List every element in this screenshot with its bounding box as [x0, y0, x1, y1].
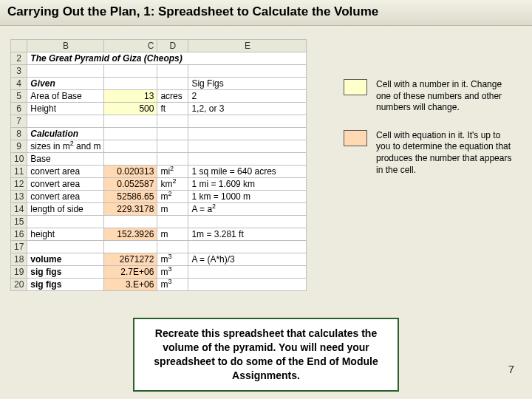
table-row: 10 Base — [11, 153, 307, 166]
table-row: 7 — [11, 115, 307, 128]
formula-volume: 2671272 — [104, 253, 157, 266]
unit-acres: acres — [157, 90, 188, 103]
page-number: 7 — [508, 363, 514, 375]
table-row: 12 convert area 0.052587 km2 1 mi = 1.60… — [11, 178, 307, 191]
row-header: 17 — [11, 241, 27, 253]
table-row: 14 length of side 229.3178 m A = a2 — [11, 203, 307, 216]
label-length-side: length of side — [27, 203, 104, 216]
swatch-formula-cell — [344, 130, 367, 146]
label-sigfigs-row: sig figs — [27, 279, 104, 291]
label-convert-area: convert area — [27, 166, 104, 178]
note-a-eq-a2: A = a2 — [188, 203, 307, 216]
row-header: 10 — [11, 153, 27, 166]
label-convert-area: convert area — [27, 178, 104, 191]
table-row: 13 convert area 52586.65 m2 1 km = 1000 … — [11, 191, 307, 203]
spreadsheet-image: B C D E 2 The Great Pyramid of Giza (Che… — [10, 39, 307, 291]
row-header: 7 — [11, 115, 27, 128]
input-height: 500 — [104, 103, 157, 115]
sigfigs-height: 1,2, or 3 — [188, 103, 307, 115]
row-header: 3 — [11, 65, 27, 78]
table-row: 16 height 152.3926 m 1m = 3.281 ft — [11, 228, 307, 241]
swatch-input-cell — [344, 79, 367, 95]
formula-area-m2: 52586.65 — [104, 191, 157, 203]
unit-km2: km2 — [157, 178, 188, 191]
row-header: 2 — [11, 52, 27, 65]
note-km-m: 1 km = 1000 m — [188, 191, 307, 203]
row-header: 5 — [11, 90, 27, 103]
label-sigfigs: Sig Figs — [188, 78, 307, 90]
row-header: 16 — [11, 228, 27, 241]
table-row: 2 The Great Pyramid of Giza (Cheops) — [11, 52, 307, 65]
sigfigs-area: 2 — [188, 90, 307, 103]
unit-m3: m3 — [157, 266, 188, 279]
table-row: 8 Calculation — [11, 128, 307, 140]
formula-sigfigs1: 2.7E+06 — [104, 266, 157, 279]
slide-title: Carrying Out the Plan, 1: Spreadsheet to… — [7, 4, 525, 19]
table-row: 5 Area of Base 13 acres 2 — [11, 90, 307, 103]
label-given: Given — [27, 78, 104, 90]
table-row: 11 convert area 0.020313 mi2 1 sq mile =… — [11, 166, 307, 178]
input-area: 13 — [104, 90, 157, 103]
formula-area-km2: 0.052587 — [104, 178, 157, 191]
row-header: 19 — [11, 266, 27, 279]
row-header: 13 — [11, 191, 27, 203]
table-row: 9 sizes in m2 and m — [11, 140, 307, 153]
row-header: 18 — [11, 253, 27, 266]
unit-m: m — [157, 203, 188, 216]
corner-cell — [11, 40, 27, 52]
label-calculation: Calculation — [27, 128, 104, 140]
row-header: 11 — [11, 166, 27, 178]
row-header: 20 — [11, 279, 27, 291]
row-header: 15 — [11, 216, 27, 228]
sheet-title: The Great Pyramid of Giza (Cheops) — [27, 52, 307, 65]
col-header-d: D — [157, 40, 188, 52]
note-m-ft: 1m = 3.281 ft — [188, 228, 307, 241]
row-header: 8 — [11, 128, 27, 140]
unit-m3: m3 — [157, 253, 188, 266]
note-mi-km: 1 mi = 1.609 km — [188, 178, 307, 191]
label-height-m: height — [27, 228, 104, 241]
label-area-of-base: Area of Base — [27, 90, 104, 103]
table-row: 6 Height 500 ft 1,2, or 3 — [11, 103, 307, 115]
row-header: 12 — [11, 178, 27, 191]
formula-height-m: 152.3926 — [104, 228, 157, 241]
table-row: 20 sig figs 3.E+06 m3 — [11, 279, 307, 291]
instruction-callout: Recreate this spreadsheet that calculate… — [133, 318, 399, 392]
row-header: 14 — [11, 203, 27, 216]
table-row: 4 Given Sig Figs — [11, 78, 307, 90]
table-row: 15 — [11, 216, 307, 228]
unit-m: m — [157, 228, 188, 241]
table-row: 18 volume 2671272 m3 A = (A*h)/3 — [11, 253, 307, 266]
row-header: 6 — [11, 103, 27, 115]
label-volume: volume — [27, 253, 104, 266]
row-header: 9 — [11, 140, 27, 153]
formula-sigfigs2: 3.E+06 — [104, 279, 157, 291]
table-row: 3 — [11, 65, 307, 78]
legend-formula-text: Cell with equation in it. It's up to you… — [376, 130, 514, 176]
legend-input-row: Cell with a number in it. Change one of … — [344, 79, 514, 114]
label-sizes-in-m: sizes in m2 and m — [27, 140, 104, 153]
unit-ft: ft — [157, 103, 188, 115]
legend-formula-row: Cell with equation in it. It's up to you… — [344, 130, 514, 176]
label-convert-area: convert area — [27, 191, 104, 203]
col-header-c: C — [104, 40, 157, 52]
col-header-b: B — [27, 40, 104, 52]
table-row: 19 sig figs 2.7E+06 m3 — [11, 266, 307, 279]
legend-input-text: Cell with a number in it. Change one of … — [376, 79, 514, 114]
row-header: 4 — [11, 78, 27, 90]
label-base: Base — [27, 153, 104, 166]
col-header-e: E — [188, 40, 307, 52]
formula-side: 229.3178 — [104, 203, 157, 216]
legend: Cell with a number in it. Change one of … — [344, 79, 514, 192]
unit-m2: m2 — [157, 191, 188, 203]
title-bar: Carrying Out the Plan, 1: Spreadsheet to… — [0, 0, 532, 26]
slide-body: B C D E 2 The Great Pyramid of Giza (Che… — [0, 26, 532, 39]
table-row: 17 — [11, 241, 307, 253]
unit-m3: m3 — [157, 279, 188, 291]
note-sqmile: 1 sq mile = 640 acres — [188, 166, 307, 178]
note-volume-formula: A = (A*h)/3 — [188, 253, 307, 266]
label-sigfigs-row: sig figs — [27, 266, 104, 279]
label-height: Height — [27, 103, 104, 115]
formula-area-mi2: 0.020313 — [104, 166, 157, 178]
unit-mi2: mi2 — [157, 166, 188, 178]
